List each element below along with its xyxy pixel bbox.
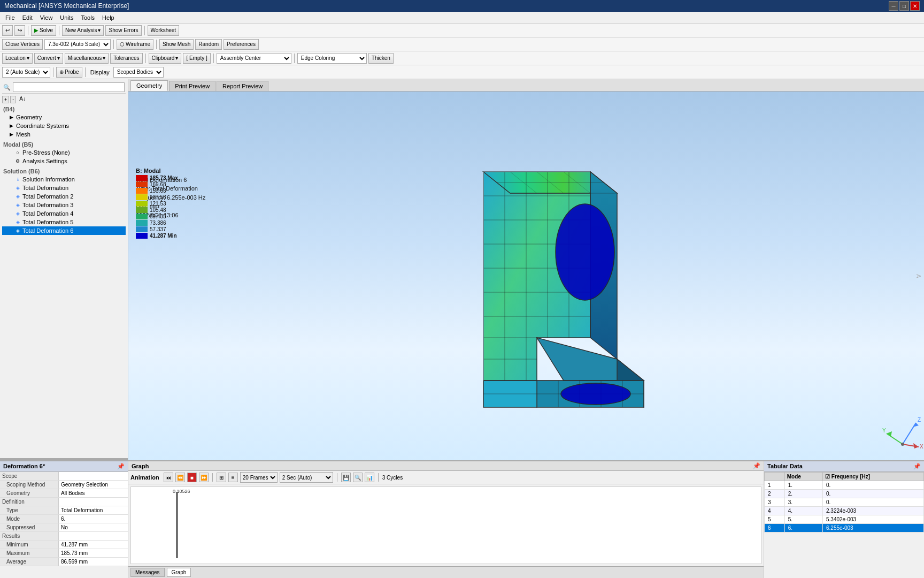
- table-row[interactable]: 2 2. 0.: [765, 490, 924, 498]
- close-button[interactable]: ✕: [910, 1, 920, 11]
- cell-freq: 0.: [823, 481, 924, 490]
- tolerances-button[interactable]: Tolerances: [110, 53, 142, 64]
- edge-coloring-select[interactable]: Edge Coloring: [297, 53, 367, 64]
- sidebar-item-total-def-3[interactable]: ◈ Total Deformation 3: [2, 201, 126, 209]
- sep-7: [213, 54, 214, 63]
- sidebar-item-analysis-settings[interactable]: ⚙ Analysis Settings: [2, 157, 126, 165]
- empty-button[interactable]: [ Empty ]: [183, 53, 210, 64]
- close-vertices-button[interactable]: Close Vertices: [2, 39, 43, 50]
- axes-svg: Z Y X: [881, 412, 924, 455]
- legend-color-4: [136, 201, 148, 207]
- sidebar-item-solution-info[interactable]: ℹ Solution Information: [2, 175, 126, 184]
- table-row[interactable]: 3 3. 0.: [765, 498, 924, 507]
- sidebar-item-total-def-6[interactable]: ◈ Total Deformation 6: [2, 226, 126, 235]
- anim-sep-3: [378, 473, 379, 482]
- convert-button[interactable]: Convert ▾: [34, 53, 63, 64]
- freq-checkbox[interactable]: ☑: [825, 474, 830, 480]
- sol-info-icon: ℹ: [14, 176, 21, 183]
- sec-select[interactable]: 2 Sec (Auto): [280, 472, 333, 483]
- cell-rownum: 3: [765, 498, 785, 507]
- menu-edit[interactable]: Edit: [19, 13, 36, 22]
- thicken-button[interactable]: Thicken: [368, 53, 394, 64]
- preferences-button[interactable]: Preferences: [224, 39, 259, 50]
- detail-row-geometry: Geometry All Bodies: [0, 489, 128, 498]
- table-row[interactable]: 6 6. 6.255e-003: [765, 524, 924, 533]
- cell-freq: 6.255e-003: [823, 524, 924, 533]
- table-row[interactable]: 5 5. 5.3402e-003: [765, 515, 924, 524]
- anim-stop-button[interactable]: ■: [187, 473, 197, 482]
- anim-grid-button[interactable]: ⊞: [217, 473, 226, 482]
- anim-prev-button[interactable]: ⏪: [175, 473, 185, 482]
- frames-select[interactable]: 20 Frames: [240, 472, 278, 483]
- sidebar-item-geometry[interactable]: ▶ Geometry: [2, 113, 126, 121]
- sidebar-item-pre-stress[interactable]: ○ Pre-Stress (None): [2, 148, 126, 157]
- table-row[interactable]: 4 4. 2.3224e-003: [765, 507, 924, 515]
- probe-button[interactable]: ⊕ Probe: [56, 67, 82, 78]
- tab-messages[interactable]: Messages: [130, 568, 165, 577]
- tabular-pin-icon: 📌: [913, 463, 921, 470]
- assembly-center-select[interactable]: Assembly Center: [217, 53, 291, 64]
- menu-file[interactable]: File: [2, 13, 18, 22]
- sep-2: [59, 26, 59, 35]
- tab-geometry[interactable]: Geometry: [130, 80, 168, 91]
- legend-color-8: [136, 226, 148, 232]
- worksheet-button[interactable]: Worksheet: [148, 25, 180, 36]
- anim-chart-button[interactable]: 📊: [365, 473, 374, 482]
- maximize-button[interactable]: □: [899, 1, 909, 11]
- col-rownum: [765, 473, 785, 481]
- anim-start-button[interactable]: ⏮: [164, 473, 173, 482]
- legend-color-3: [136, 194, 148, 200]
- anim-save-button[interactable]: 💾: [341, 473, 351, 482]
- anim-next-button[interactable]: ⏩: [199, 473, 209, 482]
- details-header: Deformation 6* 📌: [0, 461, 128, 472]
- minimize-button[interactable]: ─: [889, 1, 898, 11]
- def-icon-6: ◈: [14, 227, 21, 234]
- collapse-all-button[interactable]: -: [10, 96, 16, 103]
- detail-label-definition: Definition: [0, 498, 59, 506]
- redo-button[interactable]: ↪: [14, 25, 25, 36]
- clipboard-button[interactable]: Clipboard ▾: [149, 53, 182, 64]
- expand-icon-3: ▶: [7, 131, 15, 138]
- expand-icon-2: ▶: [7, 122, 15, 130]
- anim-list-button[interactable]: ≡: [228, 473, 238, 482]
- sidebar-item-total-def-1[interactable]: ◈ Total Deformation: [2, 184, 126, 192]
- auto-scale-2-select[interactable]: 2 (Auto Scale): [2, 67, 50, 78]
- legend-color-min: [136, 233, 148, 239]
- frequency-table: Mode ☑ Frequency [Hz] 1 1. 0. 2 2. 0. 3: [764, 472, 924, 533]
- location-button[interactable]: Location ▾: [2, 53, 33, 64]
- menu-view[interactable]: View: [37, 13, 56, 22]
- show-mesh-button[interactable]: Show Mesh: [159, 39, 194, 50]
- sidebar-item-total-def-2[interactable]: ◈ Total Deformation 2: [2, 192, 126, 201]
- dropdown-icon-3: ▾: [103, 55, 105, 61]
- tab-report-preview[interactable]: Report Preview: [217, 81, 268, 91]
- new-analysis-button[interactable]: New Analysis ▾: [62, 25, 104, 36]
- sep-4: [113, 40, 114, 49]
- tree-search-input[interactable]: [13, 82, 125, 92]
- undo-button[interactable]: ↩: [2, 25, 13, 36]
- tree-item-label-10: Total Deformation 4: [22, 210, 73, 217]
- expand-all-button[interactable]: +: [2, 96, 9, 103]
- scoped-bodies-select[interactable]: Scoped Bodies: [113, 67, 164, 78]
- miscellaneous-button[interactable]: Miscellaneous ▾: [65, 53, 109, 64]
- table-row[interactable]: 1 1. 0.: [765, 481, 924, 490]
- anim-zoom-button[interactable]: 🔍: [353, 473, 363, 482]
- sidebar-item-mesh[interactable]: ▶ Mesh: [2, 130, 126, 139]
- menu-units[interactable]: Units: [57, 13, 76, 22]
- sidebar-item-total-def-5[interactable]: ◈ Total Deformation 5: [2, 218, 126, 226]
- show-errors-button[interactable]: Show Errors: [105, 25, 141, 36]
- solve-button[interactable]: ▶ Solve: [31, 25, 56, 36]
- detail-label-geometry: Geometry: [0, 489, 59, 497]
- detail-value-geometry: All Bodies: [59, 489, 128, 497]
- details-title: Deformation 6*: [3, 463, 45, 470]
- sidebar-item-total-def-4[interactable]: ◈ Total Deformation 4: [2, 209, 126, 218]
- auto-scale-select[interactable]: 7.3e-002 (Auto Scale): [44, 39, 111, 50]
- tab-print-preview[interactable]: Print Preview: [169, 81, 215, 91]
- menu-help[interactable]: Help: [99, 13, 118, 22]
- tab-graph[interactable]: Graph: [167, 568, 191, 577]
- wireframe-button[interactable]: ⬡ Wireframe: [117, 39, 153, 50]
- sidebar-item-coordinate-systems[interactable]: ▶ Coordinate Systems: [2, 121, 126, 130]
- window-controls: ─ □ ✕: [889, 1, 920, 11]
- details-panel: Deformation 6* 📌 Scope Scoping Method Ge…: [0, 461, 128, 578]
- random-button[interactable]: Random: [195, 39, 222, 50]
- menu-tools[interactable]: Tools: [78, 13, 98, 22]
